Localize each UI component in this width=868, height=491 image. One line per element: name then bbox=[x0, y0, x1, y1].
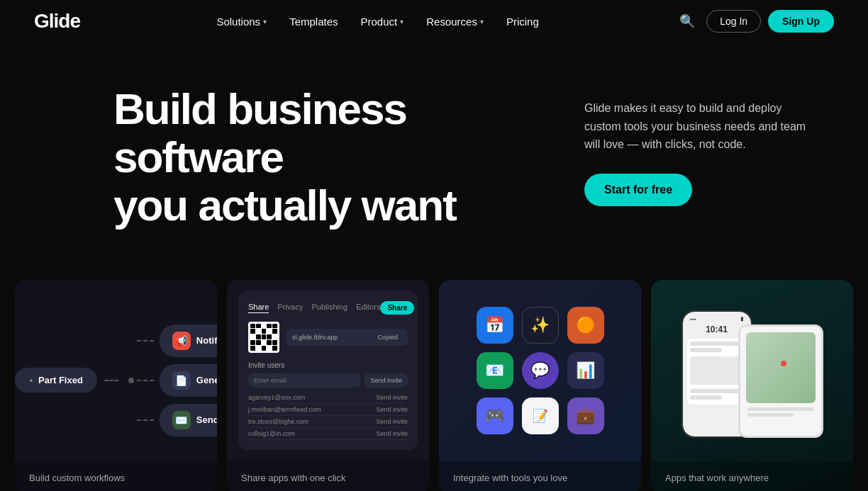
pdf-node: 📄 Generate PDF bbox=[160, 364, 217, 397]
share-tabs: Share Privacy Publishing Editors bbox=[248, 303, 380, 313]
workflow-card: 👤 • Part Fixed bbox=[15, 280, 217, 491]
integration-google-calendar: 📅 bbox=[477, 307, 513, 344]
feature-cards-row: 👤 • Part Fixed bbox=[0, 280, 868, 491]
branch-line bbox=[137, 340, 154, 342]
integration-intercom: 💼 bbox=[567, 397, 604, 434]
phone-row-1 bbox=[690, 342, 744, 346]
login-button[interactable]: Log In bbox=[706, 10, 761, 33]
hero-description: Glide makes it easy to build and deploy … bbox=[584, 99, 811, 154]
tab-publishing[interactable]: Publishing bbox=[311, 303, 347, 313]
pdf-icon: 📄 bbox=[172, 371, 191, 390]
share-modal: Share Privacy Publishing Editors Share bbox=[238, 291, 418, 450]
phone-row-3 bbox=[690, 356, 744, 385]
hero-section: Build business software you actually wan… bbox=[0, 43, 868, 273]
phone-row-2 bbox=[690, 348, 723, 352]
hero-left: Build business software you actually wan… bbox=[113, 85, 511, 230]
mobile-label: Apps that work anywhere bbox=[665, 473, 769, 483]
share-button[interactable]: Share bbox=[380, 301, 414, 315]
share-label: Share apps with one click bbox=[241, 473, 345, 483]
tablet-screen bbox=[740, 327, 821, 424]
tablet-map bbox=[746, 332, 816, 403]
workflow-center-node: • Part Fixed bbox=[15, 368, 96, 393]
share-modal-area: Share Privacy Publishing Editors Share bbox=[227, 280, 429, 461]
logo[interactable]: Glide bbox=[34, 10, 80, 33]
email-icon: ✉️ bbox=[172, 411, 191, 429]
signal-icon: ●●● bbox=[690, 317, 696, 321]
branch-line3 bbox=[137, 419, 154, 421]
search-button[interactable]: 🔍 bbox=[675, 9, 699, 33]
branch-line2 bbox=[137, 380, 154, 381]
connector-line3 bbox=[104, 380, 118, 381]
battery-icon: ▊ bbox=[741, 317, 744, 321]
share-modal-header: Share Privacy Publishing Editors Share bbox=[248, 301, 408, 315]
invite-input-row: Send invite bbox=[248, 373, 408, 388]
nav-actions: 🔍 Log In Sign Up bbox=[675, 9, 834, 33]
phone-status-bar: ●●● ▊ bbox=[687, 316, 747, 322]
tablet-row-1 bbox=[747, 407, 814, 411]
branch-pdf: 📄 Generate PDF bbox=[137, 364, 217, 397]
notify-icon: 📢 bbox=[172, 332, 191, 350]
device-mockup-area: ●●● ▊ 10:41 bbox=[651, 280, 853, 461]
mobile-card: ●●● ▊ 10:41 bbox=[651, 280, 853, 491]
invite-row-4: collsig1@in.com Send invite bbox=[248, 428, 408, 440]
invite-row-1: agarvey1@onx.com Send invite bbox=[248, 392, 408, 404]
integrations-card: 📅 ✨ 🟠 📧 💬 📊 🎮 📝 💼 Integrate with tools y… bbox=[439, 280, 641, 491]
tab-share[interactable]: Share bbox=[248, 303, 269, 313]
email-node: ✉️ Send email report bbox=[160, 404, 217, 436]
bullet-icon: • bbox=[29, 375, 33, 385]
workflow-left: 👤 • Part Fixed bbox=[15, 363, 137, 397]
share-card: Share Privacy Publishing Editors Share bbox=[227, 280, 429, 491]
integrations-label: Integrate with tools you love bbox=[453, 473, 567, 483]
invite-email-input[interactable] bbox=[248, 373, 360, 388]
navbar: Glide Solutions ▾ Templates Product ▾ Re… bbox=[0, 0, 868, 43]
integration-center-large: 💬 bbox=[522, 352, 559, 389]
branch-email: ✉️ Send email report bbox=[137, 404, 217, 436]
search-icon: 🔍 bbox=[679, 13, 695, 29]
map-marker bbox=[781, 361, 786, 366]
chevron-icon: ▾ bbox=[480, 18, 484, 26]
invite-label: Invite users bbox=[248, 361, 408, 369]
notify-node: 📢 Notify channel bbox=[160, 324, 217, 357]
signup-button[interactable]: Sign Up bbox=[768, 10, 834, 33]
integration-docusign: 📝 bbox=[522, 397, 559, 434]
branch-notify: 📢 Notify channel bbox=[137, 324, 217, 357]
hero-right: Glide makes it easy to build and deploy … bbox=[584, 85, 811, 206]
nav-templates[interactable]: Templates bbox=[281, 11, 346, 32]
nav-product[interactable]: Product ▾ bbox=[352, 11, 413, 32]
start-for-free-button[interactable]: Start for free bbox=[584, 174, 692, 206]
tab-editors[interactable]: Editors bbox=[356, 303, 380, 313]
integration-gmail: 📧 bbox=[477, 352, 513, 389]
integrations-grid-area: 📅 ✨ 🟠 📧 💬 📊 🎮 📝 💼 bbox=[439, 280, 641, 461]
invite-row-2: j.moriban@termfixed.com Send invite bbox=[248, 404, 408, 416]
chevron-icon: ▾ bbox=[263, 18, 267, 26]
mobile-card-footer: Apps that work anywhere bbox=[651, 461, 853, 491]
dot-node2 bbox=[128, 378, 134, 383]
phone-time: 10:41 bbox=[687, 324, 747, 334]
nav-solutions[interactable]: Solutions ▾ bbox=[208, 11, 275, 32]
integration-orange: 🟠 bbox=[567, 307, 604, 344]
qr-code bbox=[248, 322, 279, 353]
url-text: sl.glide.tblrv.app bbox=[292, 334, 338, 341]
integration-grid: 📅 ✨ 🟠 📧 💬 📊 🎮 📝 💼 bbox=[469, 300, 611, 441]
phone-row-5 bbox=[690, 395, 723, 400]
workflow-card-footer: Build custom workflows bbox=[15, 461, 217, 491]
invite-row-3: tre.stuvs@bighe.com Send invite bbox=[248, 416, 408, 428]
integration-chatgpt: ✨ bbox=[522, 307, 559, 344]
phone-row-4 bbox=[690, 389, 744, 393]
nav-pricing[interactable]: Pricing bbox=[498, 11, 547, 32]
share-card-footer: Share apps with one click bbox=[227, 461, 429, 491]
integration-sheets: 📊 bbox=[567, 352, 604, 389]
workflow-diagram-area: 👤 • Part Fixed bbox=[15, 280, 217, 461]
integration-discord: 🎮 bbox=[477, 397, 513, 434]
tab-privacy[interactable]: Privacy bbox=[277, 303, 303, 313]
nav-resources[interactable]: Resources ▾ bbox=[418, 11, 492, 32]
hero-title: Build business software you actually wan… bbox=[113, 85, 511, 230]
workflow-branches: 📢 Notify channel 📄 Generate PDF bbox=[137, 324, 217, 436]
tablet-rows bbox=[746, 407, 816, 417]
invite-section: Invite users Send invite agarvey1@onx.co… bbox=[248, 361, 408, 440]
url-bar: sl.glide.tblrv.app Copied bbox=[286, 329, 408, 346]
send-invite-button[interactable]: Send invite bbox=[365, 373, 408, 388]
workflow-layout: 👤 • Part Fixed bbox=[29, 310, 203, 451]
chevron-icon: ▾ bbox=[400, 18, 404, 26]
nav-links: Solutions ▾ Templates Product ▾ Resource… bbox=[208, 11, 547, 32]
